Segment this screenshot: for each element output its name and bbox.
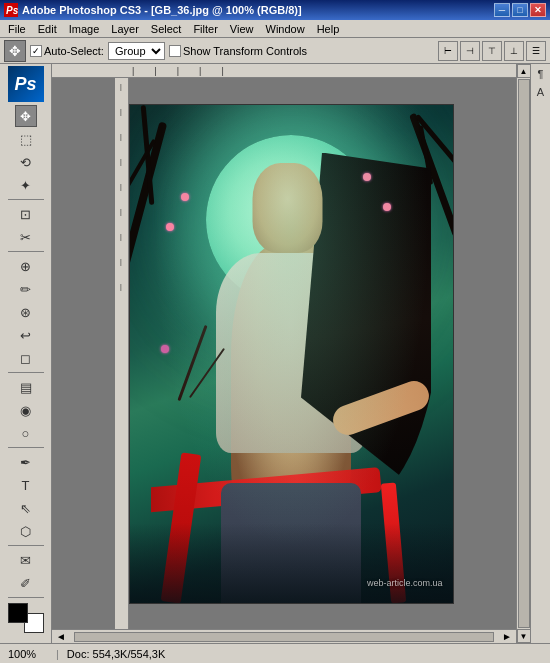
tool-gradient[interactable]: ▤ xyxy=(15,376,37,398)
horizontal-ruler: ||||| xyxy=(52,64,516,78)
tool-eyedropper[interactable]: ✐ xyxy=(15,572,37,594)
doc-info: Doc: 554,3K/554,3K xyxy=(67,648,542,660)
show-transform-container: Show Transform Controls xyxy=(169,45,307,57)
options-menu-btn[interactable]: ☰ xyxy=(526,41,546,61)
tool-shape[interactable]: ⬡ xyxy=(15,520,37,542)
maximize-button[interactable]: □ xyxy=(512,3,528,17)
tool-separator-1 xyxy=(8,199,44,200)
tool-brush[interactable]: ✏ xyxy=(15,278,37,300)
text-icon[interactable]: A xyxy=(533,84,549,100)
tool-healing[interactable]: ⊕ xyxy=(15,255,37,277)
tool-crop[interactable]: ⊡ xyxy=(15,203,37,225)
show-transform-label: Show Transform Controls xyxy=(183,45,307,57)
flower-5 xyxy=(161,345,169,353)
tool-move[interactable]: ✥ xyxy=(15,105,37,127)
move-tool-icon[interactable]: ✥ xyxy=(4,40,26,62)
flower-3 xyxy=(166,223,174,231)
zoom-level: 100% xyxy=(8,648,48,660)
vertical-scroll-thumb[interactable] xyxy=(518,79,530,628)
horizontal-scrollbar: ◄ ► xyxy=(52,629,516,643)
align-left-btn[interactable]: ⊢ xyxy=(438,41,458,61)
auto-select-container: ✓ Auto-Select: xyxy=(30,45,104,57)
scroll-up-arrow[interactable]: ▲ xyxy=(517,64,531,78)
scroll-down-arrow[interactable]: ▼ xyxy=(517,629,531,643)
menu-select[interactable]: Select xyxy=(145,22,188,36)
menu-layer[interactable]: Layer xyxy=(105,22,145,36)
title-bar-left: Ps Adobe Photoshop CS3 - [GB_36.jpg @ 10… xyxy=(4,3,302,17)
tool-eraser[interactable]: ◻ xyxy=(15,347,37,369)
tool-separator-5 xyxy=(8,545,44,546)
tool-marquee[interactable]: ⬚ xyxy=(15,128,37,150)
flower-4 xyxy=(383,203,391,211)
bottom-gradient xyxy=(130,523,453,603)
vine-1 xyxy=(177,324,207,400)
minimize-button[interactable]: ─ xyxy=(494,3,510,17)
scroll-right-arrow[interactable]: ► xyxy=(502,631,512,642)
tool-path[interactable]: ⇖ xyxy=(15,497,37,519)
tool-lasso[interactable]: ⟲ xyxy=(15,151,37,173)
tool-clone[interactable]: ⊛ xyxy=(15,301,37,323)
status-bar: 100% | Doc: 554,3K/554,3K xyxy=(0,643,550,663)
tool-pen[interactable]: ✒ xyxy=(15,451,37,473)
vertical-ruler: ||||||||| xyxy=(115,78,129,629)
menu-bar: File Edit Image Layer Select Filter View… xyxy=(0,20,550,38)
tool-dodge[interactable]: ○ xyxy=(15,422,37,444)
paragraph-icon[interactable]: ¶ xyxy=(533,66,549,82)
tool-separator-3 xyxy=(8,372,44,373)
image-canvas: web-article.com.ua xyxy=(129,104,454,604)
watermark-text: web-article.com.ua xyxy=(367,578,443,588)
tool-history[interactable]: ↩ xyxy=(15,324,37,346)
flower-2 xyxy=(363,173,371,181)
tool-notes[interactable]: ✉ xyxy=(15,549,37,571)
foreground-color[interactable] xyxy=(8,603,28,623)
scroll-left-arrow[interactable]: ◄ xyxy=(56,631,66,642)
align-center-btn[interactable]: ⊣ xyxy=(460,41,480,61)
options-bar: ✥ ✓ Auto-Select: Group Show Transform Co… xyxy=(0,38,550,64)
distribute-btn[interactable]: ⊥ xyxy=(504,41,524,61)
show-transform-checkbox[interactable] xyxy=(169,45,181,57)
tool-blur[interactable]: ◉ xyxy=(15,399,37,421)
auto-select-checkbox[interactable]: ✓ xyxy=(30,45,42,57)
menu-edit[interactable]: Edit xyxy=(32,22,63,36)
menu-window[interactable]: Window xyxy=(260,22,311,36)
image-content: web-article.com.ua xyxy=(130,105,453,603)
menu-image[interactable]: Image xyxy=(63,22,106,36)
right-panel: ¶ A xyxy=(530,64,550,643)
close-button[interactable]: ✕ xyxy=(530,3,546,17)
flower-1 xyxy=(181,193,189,201)
menu-file[interactable]: File xyxy=(2,22,32,36)
app-logo-icon: Ps xyxy=(4,3,18,17)
horizontal-scroll-track[interactable] xyxy=(74,632,494,642)
left-toolbar: Ps ✥ ⬚ ⟲ ✦ ⊡ ✂ ⊕ ✏ ⊛ ↩ ◻ ▤ ◉ ○ ✒ T ⇖ ⬡ ✉… xyxy=(0,64,52,643)
tool-separator-2 xyxy=(8,251,44,252)
fg-bg-colors[interactable] xyxy=(8,603,44,633)
title-bar: Ps Adobe Photoshop CS3 - [GB_36.jpg @ 10… xyxy=(0,0,550,20)
canvas-and-scroll: ||||| ||||||||| xyxy=(52,64,530,643)
tool-slice[interactable]: ✂ xyxy=(15,226,37,248)
canvas-container: ||||||||| xyxy=(52,78,516,629)
menu-view[interactable]: View xyxy=(224,22,260,36)
title-text: Adobe Photoshop CS3 - [GB_36.jpg @ 100% … xyxy=(22,4,302,16)
title-bar-buttons: ─ □ ✕ xyxy=(494,3,546,17)
align-buttons: ⊢ ⊣ ⊤ ⊥ ☰ xyxy=(438,41,546,61)
tool-magic-wand[interactable]: ✦ xyxy=(15,174,37,196)
tool-separator-4 xyxy=(8,447,44,448)
tool-text[interactable]: T xyxy=(15,474,37,496)
menu-filter[interactable]: Filter xyxy=(187,22,223,36)
auto-select-label: Auto-Select: xyxy=(44,45,104,57)
align-right-btn[interactable]: ⊤ xyxy=(482,41,502,61)
character-face xyxy=(253,163,323,253)
vertical-scrollbar: ▲ ▼ xyxy=(516,64,530,643)
svg-text:Ps: Ps xyxy=(6,5,18,16)
workspace: Ps ✥ ⬚ ⟲ ✦ ⊡ ✂ ⊕ ✏ ⊛ ↩ ◻ ▤ ◉ ○ ✒ T ⇖ ⬡ ✉… xyxy=(0,64,550,643)
auto-select-dropdown[interactable]: Group xyxy=(108,42,165,60)
menu-help[interactable]: Help xyxy=(311,22,346,36)
canvas-area: ||||| ||||||||| xyxy=(52,64,516,643)
ps-logo: Ps xyxy=(8,66,44,102)
tool-separator-6 xyxy=(8,597,44,598)
